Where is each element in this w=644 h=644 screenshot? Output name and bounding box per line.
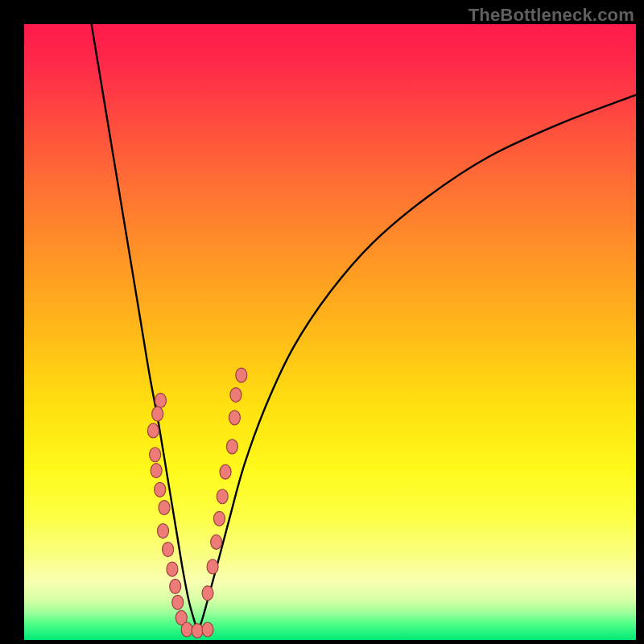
curve-left-branch <box>92 24 197 632</box>
scatter-point <box>155 393 166 407</box>
scatter-point <box>211 535 222 549</box>
scatter-markers <box>147 368 246 638</box>
scatter-point <box>159 501 170 515</box>
scatter-point <box>213 511 225 526</box>
scatter-point <box>202 622 213 637</box>
scatter-point <box>192 624 203 638</box>
scatter-point <box>220 464 231 479</box>
scatter-point <box>202 586 213 601</box>
scatter-point <box>230 388 242 402</box>
curves-layer <box>24 24 636 640</box>
scatter-point <box>229 411 240 425</box>
scatter-point <box>217 489 228 504</box>
plot-area <box>24 24 636 640</box>
scatter-point <box>167 562 178 576</box>
scatter-point <box>150 448 161 462</box>
scatter-point <box>155 482 166 497</box>
scatter-point <box>158 524 169 539</box>
scatter-point <box>172 595 184 609</box>
scatter-point <box>181 622 192 637</box>
curve-right-branch <box>197 95 636 632</box>
scatter-point <box>226 440 237 454</box>
watermark-text: TheBottleneck.com <box>469 5 634 26</box>
scatter-point <box>151 464 162 478</box>
scatter-point <box>170 579 181 593</box>
scatter-point <box>163 543 174 557</box>
scatter-point <box>147 423 159 438</box>
scatter-point <box>152 407 163 421</box>
scatter-point <box>236 368 247 382</box>
scatter-point <box>207 559 218 574</box>
chart-frame: TheBottleneck.com <box>0 0 644 644</box>
